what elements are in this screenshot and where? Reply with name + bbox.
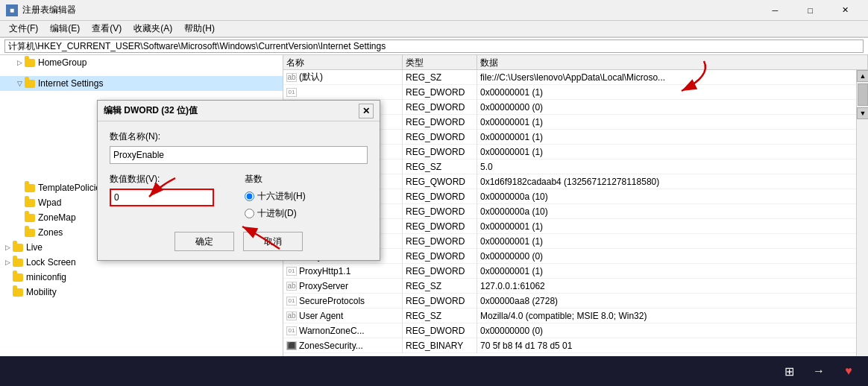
value-input[interactable] xyxy=(110,189,214,206)
tree-item-internet-settings[interactable]: ▽ Internet Settings xyxy=(0,76,283,91)
cell-data: 0x0000000a (10) xyxy=(477,204,856,219)
cell-type: REG_SZ xyxy=(403,159,477,174)
radio-dec-label: 十进制(D) xyxy=(257,207,297,220)
dialog-title: 编辑 DWORD (32 位)值 ✕ xyxy=(98,101,380,121)
tree-label: miniconfig xyxy=(26,272,66,282)
dialog-row: 数值数据(V): 基数 十六进制(H) xyxy=(110,173,368,220)
scroll-thumb[interactable] xyxy=(858,83,868,106)
cell-name: 01WarnonZoneC... xyxy=(283,323,403,338)
cell-data: 0x00000001 (1) xyxy=(477,264,856,279)
scroll-up[interactable]: ▲ xyxy=(857,70,868,82)
tree-label: TemplatePolicies xyxy=(38,183,105,193)
cell-data: 0x00000001 (1) xyxy=(477,130,856,145)
tree-item-homegroup[interactable]: ▷ HomeGroup xyxy=(0,55,283,70)
radio-group: 十六进制(H) 十进制(D) xyxy=(245,190,368,220)
dialog-body: 数值名称(N): 数值数据(V): 基数 十六进制( xyxy=(98,121,380,260)
cell-type: REG_BINARY xyxy=(403,338,477,353)
cancel-button[interactable]: 取消 xyxy=(243,232,303,251)
table-row-useragent[interactable]: abUser Agent REG_SZ Mozilla/4.0 (compati… xyxy=(283,309,856,323)
cell-data: 0x00000001 (1) xyxy=(477,219,856,234)
dialog-title-text: 编辑 DWORD (32 位)值 xyxy=(104,104,198,117)
tree-label: ZoneMap xyxy=(38,212,76,223)
taskbar-icon-arrow[interactable]: → xyxy=(805,358,832,385)
tree-item-miniconfig[interactable]: miniconfig xyxy=(0,270,283,285)
expand-icon: ▷ xyxy=(15,58,24,67)
cell-type: REG_DWORD xyxy=(403,130,477,145)
dialog-close-button[interactable]: ✕ xyxy=(359,104,374,118)
col-header-data: 数据 xyxy=(477,55,868,70)
table-row-warnonzone[interactable]: 01WarnonZoneC... REG_DWORD 0x00000000 (0… xyxy=(283,323,856,338)
tree-item-mobility[interactable]: Mobility xyxy=(0,285,283,300)
scroll-down[interactable]: ▼ xyxy=(857,107,868,119)
dialog-buttons: 确定 取消 xyxy=(110,232,368,251)
cell-data: Mozilla/4.0 (compatible; MSIE 8.0; Win32… xyxy=(477,309,856,323)
edit-dword-dialog: 编辑 DWORD (32 位)值 ✕ 数值名称(N): 数值数据(V): 基数 xyxy=(97,100,380,261)
cell-type: REG_QWORD xyxy=(403,174,477,189)
table-row-proxyhttp[interactable]: 01ProxyHttp1.1 REG_DWORD 0x00000001 (1) xyxy=(283,264,856,279)
taskbar: ⊞ → ♥ xyxy=(0,356,868,386)
cell-data: 0x00000001 (1) xyxy=(477,234,856,249)
title-bar: ■ 注册表编辑器 ─ □ ✕ xyxy=(0,0,868,21)
folder-icon xyxy=(24,183,36,193)
value-section: 数值数据(V): xyxy=(110,173,233,206)
expand-icon: ▷ xyxy=(3,258,12,267)
menu-favorites[interactable]: 收藏夹(A) xyxy=(128,21,178,37)
col-header-name: 名称 xyxy=(283,55,403,70)
scrollbar-right[interactable]: ▲ ▼ xyxy=(856,70,868,368)
tree-label: HomeGroup xyxy=(38,57,87,68)
ok-button[interactable]: 确定 xyxy=(174,232,234,251)
cell-name: abUser Agent xyxy=(283,309,403,323)
cell-data: 0x00000000 (0) xyxy=(477,249,856,264)
folder-icon xyxy=(24,57,36,68)
radio-hex-input[interactable] xyxy=(245,192,254,201)
cell-type: REG_DWORD xyxy=(403,323,477,338)
name-input[interactable] xyxy=(110,146,368,164)
cell-data: 0x00000001 (1) xyxy=(477,85,856,100)
minimize-button[interactable]: ─ xyxy=(758,2,792,19)
close-button[interactable]: ✕ xyxy=(828,2,862,19)
maximize-button[interactable]: □ xyxy=(793,2,827,19)
table-row-proxyserver[interactable]: abProxyServer REG_SZ 127.0.0.1:61062 xyxy=(283,279,856,294)
name-label: 数值名称(N): xyxy=(110,130,368,143)
cell-name: 01 xyxy=(283,85,403,100)
radio-dec-input[interactable] xyxy=(245,209,254,218)
menu-file[interactable]: 文件(F) xyxy=(3,21,44,37)
cell-type: REG_DWORD xyxy=(403,219,477,234)
radio-dec[interactable]: 十进制(D) xyxy=(245,207,368,220)
address-bar xyxy=(0,37,868,55)
cell-data: 0x0000000a (10) xyxy=(477,189,856,204)
cell-data: file://C:\Users\lenovo\AppData\Local\Mic… xyxy=(477,70,856,85)
cell-type: REG_DWORD xyxy=(403,115,477,130)
main-area: ▷ HomeGroup ▽ Internet Settings Template… xyxy=(0,55,868,368)
cell-type: REG_DWORD xyxy=(403,234,477,249)
cell-type: REG_DWORD xyxy=(403,249,477,264)
folder-icon xyxy=(24,78,36,89)
cell-type: REG_DWORD xyxy=(403,189,477,204)
radio-hex[interactable]: 十六进制(H) xyxy=(245,190,368,203)
cell-data: 0x1d6f9182cadaab4 (132567121278118580) xyxy=(477,174,856,189)
tree-label: Lock Screen xyxy=(26,257,76,268)
address-input[interactable] xyxy=(4,39,864,53)
tree-label: Wpad xyxy=(38,197,61,208)
table-row-secureprotocols[interactable]: 01SecureProtocols REG_DWORD 0x00000aa8 (… xyxy=(283,294,856,309)
cell-type: REG_DWORD xyxy=(403,100,477,115)
table-row[interactable]: ab(默认) REG_SZ file://C:\Users\lenovo\App… xyxy=(283,70,856,85)
app-icon: ■ xyxy=(6,4,18,16)
expand-icon xyxy=(3,273,12,282)
folder-icon xyxy=(12,287,24,297)
menu-view[interactable]: 查看(V) xyxy=(86,21,128,37)
menu-help[interactable]: 帮助(H) xyxy=(178,21,221,37)
menu-edit[interactable]: 编辑(E) xyxy=(44,21,86,37)
cell-type: REG_SZ xyxy=(403,279,477,294)
table-row-zonessecurity[interactable]: ⬛ZonesSecurity... REG_BINARY 70 5f b8 f4… xyxy=(283,338,856,353)
table-row[interactable]: 01 REG_DWORD 0x00000001 (1) xyxy=(283,85,856,100)
cell-data: 0x00000000 (0) xyxy=(477,323,856,338)
cell-data: 0x00000aa8 (2728) xyxy=(477,294,856,309)
cell-type: REG_DWORD xyxy=(403,204,477,219)
expand-icon: ▽ xyxy=(15,79,24,88)
taskbar-icon-windows[interactable]: ⊞ xyxy=(776,358,802,385)
taskbar-icon-heart[interactable]: ♥ xyxy=(835,358,862,385)
cell-type: REG_SZ xyxy=(403,70,477,85)
tree-label: Zones xyxy=(38,227,63,238)
table-header: 名称 类型 数据 xyxy=(283,55,868,70)
